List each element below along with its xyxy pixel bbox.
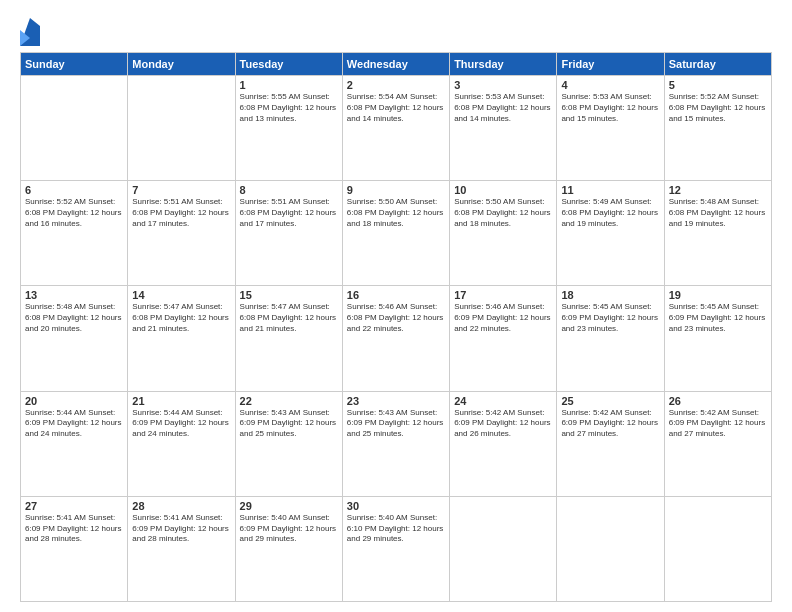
day-number: 2 (347, 79, 445, 91)
day-cell: 24Sunrise: 5:42 AM Sunset: 6:09 PM Dayli… (450, 391, 557, 496)
logo (20, 18, 44, 46)
day-cell: 6Sunrise: 5:52 AM Sunset: 6:08 PM Daylig… (21, 181, 128, 286)
day-number: 6 (25, 184, 123, 196)
day-cell: 4Sunrise: 5:53 AM Sunset: 6:08 PM Daylig… (557, 76, 664, 181)
day-info: Sunrise: 5:45 AM Sunset: 6:09 PM Dayligh… (669, 302, 767, 334)
day-info: Sunrise: 5:46 AM Sunset: 6:09 PM Dayligh… (454, 302, 552, 334)
day-number: 30 (347, 500, 445, 512)
day-number: 26 (669, 395, 767, 407)
day-info: Sunrise: 5:44 AM Sunset: 6:09 PM Dayligh… (25, 408, 123, 440)
day-cell: 22Sunrise: 5:43 AM Sunset: 6:09 PM Dayli… (235, 391, 342, 496)
day-number: 10 (454, 184, 552, 196)
header-row: SundayMondayTuesdayWednesdayThursdayFrid… (21, 53, 772, 76)
day-info: Sunrise: 5:40 AM Sunset: 6:09 PM Dayligh… (240, 513, 338, 545)
day-info: Sunrise: 5:55 AM Sunset: 6:08 PM Dayligh… (240, 92, 338, 124)
day-number: 3 (454, 79, 552, 91)
day-info: Sunrise: 5:43 AM Sunset: 6:09 PM Dayligh… (347, 408, 445, 440)
day-info: Sunrise: 5:41 AM Sunset: 6:09 PM Dayligh… (25, 513, 123, 545)
day-cell (21, 76, 128, 181)
day-info: Sunrise: 5:49 AM Sunset: 6:08 PM Dayligh… (561, 197, 659, 229)
day-number: 9 (347, 184, 445, 196)
day-info: Sunrise: 5:48 AM Sunset: 6:08 PM Dayligh… (669, 197, 767, 229)
day-cell: 19Sunrise: 5:45 AM Sunset: 6:09 PM Dayli… (664, 286, 771, 391)
day-number: 21 (132, 395, 230, 407)
day-number: 20 (25, 395, 123, 407)
day-info: Sunrise: 5:46 AM Sunset: 6:08 PM Dayligh… (347, 302, 445, 334)
day-cell: 15Sunrise: 5:47 AM Sunset: 6:08 PM Dayli… (235, 286, 342, 391)
day-info: Sunrise: 5:42 AM Sunset: 6:09 PM Dayligh… (669, 408, 767, 440)
day-cell: 20Sunrise: 5:44 AM Sunset: 6:09 PM Dayli… (21, 391, 128, 496)
day-info: Sunrise: 5:47 AM Sunset: 6:08 PM Dayligh… (240, 302, 338, 334)
day-info: Sunrise: 5:48 AM Sunset: 6:08 PM Dayligh… (25, 302, 123, 334)
day-cell: 16Sunrise: 5:46 AM Sunset: 6:08 PM Dayli… (342, 286, 449, 391)
day-info: Sunrise: 5:53 AM Sunset: 6:08 PM Dayligh… (454, 92, 552, 124)
header (20, 18, 772, 46)
day-cell: 30Sunrise: 5:40 AM Sunset: 6:10 PM Dayli… (342, 496, 449, 601)
day-number: 22 (240, 395, 338, 407)
day-info: Sunrise: 5:52 AM Sunset: 6:08 PM Dayligh… (25, 197, 123, 229)
day-cell: 17Sunrise: 5:46 AM Sunset: 6:09 PM Dayli… (450, 286, 557, 391)
week-row-0: 1Sunrise: 5:55 AM Sunset: 6:08 PM Daylig… (21, 76, 772, 181)
day-cell: 2Sunrise: 5:54 AM Sunset: 6:08 PM Daylig… (342, 76, 449, 181)
day-cell: 23Sunrise: 5:43 AM Sunset: 6:09 PM Dayli… (342, 391, 449, 496)
day-cell: 29Sunrise: 5:40 AM Sunset: 6:09 PM Dayli… (235, 496, 342, 601)
day-number: 14 (132, 289, 230, 301)
day-cell: 10Sunrise: 5:50 AM Sunset: 6:08 PM Dayli… (450, 181, 557, 286)
day-cell: 27Sunrise: 5:41 AM Sunset: 6:09 PM Dayli… (21, 496, 128, 601)
calendar-header: SundayMondayTuesdayWednesdayThursdayFrid… (21, 53, 772, 76)
day-number: 1 (240, 79, 338, 91)
day-info: Sunrise: 5:50 AM Sunset: 6:08 PM Dayligh… (347, 197, 445, 229)
day-cell: 9Sunrise: 5:50 AM Sunset: 6:08 PM Daylig… (342, 181, 449, 286)
day-number: 13 (25, 289, 123, 301)
day-number: 8 (240, 184, 338, 196)
day-info: Sunrise: 5:53 AM Sunset: 6:08 PM Dayligh… (561, 92, 659, 124)
day-number: 16 (347, 289, 445, 301)
calendar: SundayMondayTuesdayWednesdayThursdayFrid… (20, 52, 772, 602)
week-row-1: 6Sunrise: 5:52 AM Sunset: 6:08 PM Daylig… (21, 181, 772, 286)
day-number: 23 (347, 395, 445, 407)
day-header-friday: Friday (557, 53, 664, 76)
day-cell: 7Sunrise: 5:51 AM Sunset: 6:08 PM Daylig… (128, 181, 235, 286)
day-header-monday: Monday (128, 53, 235, 76)
day-cell (450, 496, 557, 601)
day-info: Sunrise: 5:42 AM Sunset: 6:09 PM Dayligh… (454, 408, 552, 440)
day-cell: 21Sunrise: 5:44 AM Sunset: 6:09 PM Dayli… (128, 391, 235, 496)
day-header-thursday: Thursday (450, 53, 557, 76)
day-header-tuesday: Tuesday (235, 53, 342, 76)
logo-icon (20, 18, 40, 46)
page: SundayMondayTuesdayWednesdayThursdayFrid… (0, 0, 792, 612)
week-row-2: 13Sunrise: 5:48 AM Sunset: 6:08 PM Dayli… (21, 286, 772, 391)
day-number: 25 (561, 395, 659, 407)
day-number: 12 (669, 184, 767, 196)
day-header-sunday: Sunday (21, 53, 128, 76)
day-cell: 8Sunrise: 5:51 AM Sunset: 6:08 PM Daylig… (235, 181, 342, 286)
day-info: Sunrise: 5:50 AM Sunset: 6:08 PM Dayligh… (454, 197, 552, 229)
day-number: 17 (454, 289, 552, 301)
day-number: 27 (25, 500, 123, 512)
day-info: Sunrise: 5:41 AM Sunset: 6:09 PM Dayligh… (132, 513, 230, 545)
day-number: 5 (669, 79, 767, 91)
day-number: 4 (561, 79, 659, 91)
day-cell: 25Sunrise: 5:42 AM Sunset: 6:09 PM Dayli… (557, 391, 664, 496)
day-cell: 3Sunrise: 5:53 AM Sunset: 6:08 PM Daylig… (450, 76, 557, 181)
day-cell (664, 496, 771, 601)
day-number: 19 (669, 289, 767, 301)
week-row-4: 27Sunrise: 5:41 AM Sunset: 6:09 PM Dayli… (21, 496, 772, 601)
day-cell: 28Sunrise: 5:41 AM Sunset: 6:09 PM Dayli… (128, 496, 235, 601)
day-header-saturday: Saturday (664, 53, 771, 76)
day-number: 18 (561, 289, 659, 301)
day-number: 28 (132, 500, 230, 512)
day-info: Sunrise: 5:45 AM Sunset: 6:09 PM Dayligh… (561, 302, 659, 334)
day-info: Sunrise: 5:42 AM Sunset: 6:09 PM Dayligh… (561, 408, 659, 440)
day-info: Sunrise: 5:52 AM Sunset: 6:08 PM Dayligh… (669, 92, 767, 124)
day-cell (128, 76, 235, 181)
day-cell: 1Sunrise: 5:55 AM Sunset: 6:08 PM Daylig… (235, 76, 342, 181)
day-info: Sunrise: 5:44 AM Sunset: 6:09 PM Dayligh… (132, 408, 230, 440)
day-info: Sunrise: 5:40 AM Sunset: 6:10 PM Dayligh… (347, 513, 445, 545)
day-number: 15 (240, 289, 338, 301)
day-cell: 13Sunrise: 5:48 AM Sunset: 6:08 PM Dayli… (21, 286, 128, 391)
day-cell: 12Sunrise: 5:48 AM Sunset: 6:08 PM Dayli… (664, 181, 771, 286)
day-number: 24 (454, 395, 552, 407)
day-cell: 5Sunrise: 5:52 AM Sunset: 6:08 PM Daylig… (664, 76, 771, 181)
day-info: Sunrise: 5:51 AM Sunset: 6:08 PM Dayligh… (240, 197, 338, 229)
